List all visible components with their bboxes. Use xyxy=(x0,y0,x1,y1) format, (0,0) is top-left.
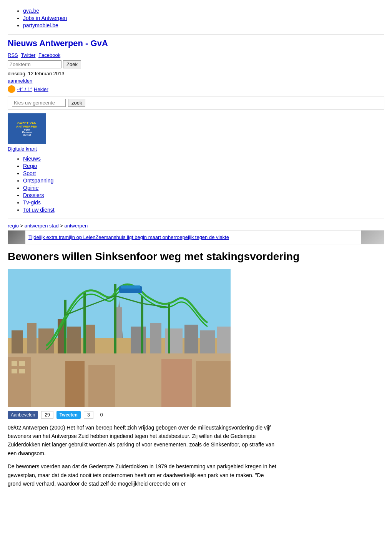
search-input[interactable] xyxy=(8,60,61,68)
article-title: Bewoners willen Sinksenfoor weg met stak… xyxy=(8,250,384,263)
login-link: aanmelden xyxy=(8,78,384,84)
svg-rect-33 xyxy=(196,361,231,407)
nav-item-sport: Sport xyxy=(23,170,384,176)
tweeten-count: 3 xyxy=(84,411,93,419)
facebook-link[interactable]: Facebook xyxy=(38,52,60,58)
krant-img-box: GAZET VAN ANTWERPEN Voor Passen dienst xyxy=(8,113,46,144)
top-link-item: gva.be xyxy=(23,8,384,14)
breadcrumb-antwerpen[interactable]: antwerpen xyxy=(65,223,88,229)
ticker-thumb-image xyxy=(8,231,25,244)
date-line: dinsdag, 12 februari 2013 xyxy=(8,71,384,76)
svg-rect-29 xyxy=(33,363,63,407)
nav-item-opinie: Opinie xyxy=(23,185,384,191)
krant-sub3: dienst xyxy=(23,134,31,136)
breadcrumb-sep1: > xyxy=(20,223,25,229)
svg-rect-35 xyxy=(19,361,25,366)
nav-link-opinie[interactable]: Opinie xyxy=(23,185,38,191)
breadcrumb-regio[interactable]: regio xyxy=(8,223,19,229)
ticker-right-image xyxy=(361,231,384,244)
site-title: Nieuws Antwerpen - GvA xyxy=(8,38,384,48)
top-link-item: Jobs in Antwerpen xyxy=(23,15,384,21)
svg-rect-10 xyxy=(131,327,146,353)
svg-rect-3 xyxy=(27,323,37,353)
nav-link-ontspanning[interactable]: Ontspanning xyxy=(23,177,53,184)
svg-rect-14 xyxy=(200,330,215,353)
jobs-link[interactable]: Jobs in Antwerpen xyxy=(23,15,67,21)
gemeente-input[interactable] xyxy=(12,99,66,107)
weather-temp-link[interactable]: -4° / 1° xyxy=(17,86,32,92)
ticker-row: Tijdelijk extra tramlijn op LeienZeemans… xyxy=(8,230,384,244)
krant-image: GAZET VAN ANTWERPEN Voor Passen dienst xyxy=(8,113,384,144)
gva-link[interactable]: gva.be xyxy=(23,8,39,14)
gemeente-button[interactable]: zoek xyxy=(68,99,85,107)
svg-rect-36 xyxy=(12,369,17,373)
article-image xyxy=(8,269,231,407)
svg-rect-32 xyxy=(161,359,192,407)
rss-link[interactable]: RSS xyxy=(8,52,18,58)
svg-rect-12 xyxy=(165,328,183,353)
breadcrumb-antwerpen-stad[interactable]: antwerpen stad xyxy=(25,223,59,229)
top-link-item: partymobiel.be xyxy=(23,22,384,28)
weather-location-link[interactable]: Hekler xyxy=(34,86,48,92)
svg-rect-30 xyxy=(65,361,85,407)
breadcrumb-sep2: > xyxy=(60,223,64,229)
svg-rect-34 xyxy=(12,361,17,366)
digitale-krant: Digitale krant xyxy=(8,146,384,152)
nav-item-nieuws: Nieuws xyxy=(23,156,384,162)
social-links: RSS Twitter Facebook xyxy=(8,52,384,58)
ticker-thumbnail xyxy=(8,231,25,244)
nav-item-ontspanning: Ontspanning xyxy=(23,177,384,184)
breadcrumb: regio > antwerpen stad > antwerpen xyxy=(8,223,384,229)
krant-title: GAZET VAN ANTWERPEN xyxy=(9,121,45,128)
nav-item-regio: Regio xyxy=(23,163,384,169)
ticker-text: Tijdelijk extra tramlijn op LeienZeemans… xyxy=(25,233,361,242)
aanbevelen-count: 29 xyxy=(41,411,53,419)
svg-rect-22 xyxy=(121,285,140,289)
article-body: 08/02 Antwerpen (2000) Het hof van beroe… xyxy=(8,423,277,488)
nav-item-tvgids: Tv-gids xyxy=(23,199,384,206)
svg-rect-13 xyxy=(184,325,198,353)
search-button[interactable]: Zoek xyxy=(63,60,81,68)
tweeten-button[interactable]: Tweeten xyxy=(56,411,81,419)
nav-item-dossiers: Dossiers xyxy=(23,192,384,198)
weather-icon xyxy=(8,85,15,93)
nav-link-tvgids[interactable]: Tv-gids xyxy=(23,199,41,206)
nav-menu: Nieuws Regio Sport Ontspanning Opinie Do… xyxy=(15,156,384,213)
svg-rect-31 xyxy=(88,365,115,407)
nav-link-regio[interactable]: Regio xyxy=(23,163,37,169)
aanbevelen-button[interactable]: Aanbevelen xyxy=(8,411,38,419)
twitter-link[interactable]: Twitter xyxy=(21,52,35,58)
article-paragraph-2: De bewoners voerden aan dat de Gedempte … xyxy=(8,462,277,488)
nav-item-totuwdienst: Tot uw dienst xyxy=(23,207,384,213)
social-buttons: Aanbevelen 29 Tweeten 3 0 xyxy=(8,411,384,419)
gemeente-bar: zoek xyxy=(8,96,384,109)
article-paragraph-1: 08/02 Antwerpen (2000) Het hof van beroe… xyxy=(8,423,277,458)
svg-rect-2 xyxy=(12,330,23,353)
krant-sub1: Voor xyxy=(24,128,30,131)
svg-rect-7 xyxy=(85,325,95,353)
top-links: gva.be Jobs in Antwerpen partymobiel.be xyxy=(15,8,384,28)
ticker-link[interactable]: Tijdelijk extra tramlijn op LeienZeemans… xyxy=(28,234,229,240)
svg-rect-15 xyxy=(217,327,231,353)
nav-link-dossiers[interactable]: Dossiers xyxy=(23,192,44,198)
nav-link-totuwdienst[interactable]: Tot uw dienst xyxy=(23,207,55,213)
article-image-svg xyxy=(8,269,231,407)
zero-count: 0 xyxy=(100,412,103,418)
krant-sub2: Passen xyxy=(22,131,32,134)
aanmelden-link[interactable]: aanmelden xyxy=(8,78,32,84)
site-title-link[interactable]: Nieuws Antwerpen - GvA xyxy=(8,38,108,48)
digitale-krant-link[interactable]: Digitale krant xyxy=(8,146,37,152)
svg-rect-11 xyxy=(150,323,161,353)
nav-link-nieuws[interactable]: Nieuws xyxy=(23,156,41,162)
weather-row: -4° / 1° Hekler xyxy=(8,85,384,93)
svg-rect-37 xyxy=(19,369,25,373)
nav-link-sport[interactable]: Sport xyxy=(23,170,36,176)
date-text: dinsdag, 12 februari 2013 xyxy=(8,71,64,76)
search-bar: Zoek xyxy=(8,60,384,68)
svg-rect-9 xyxy=(116,307,122,338)
svg-rect-6 xyxy=(67,327,81,353)
partymobiel-link[interactable]: partymobiel.be xyxy=(23,22,58,28)
